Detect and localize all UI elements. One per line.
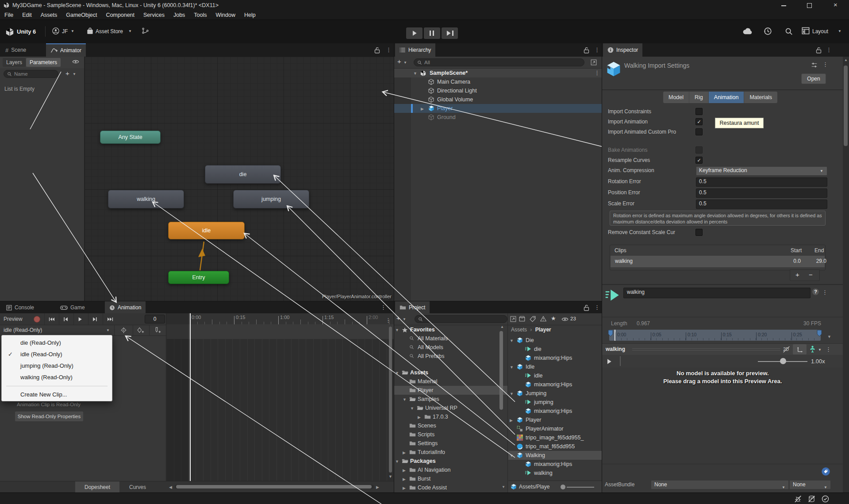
layout-label[interactable]: Layout [812,28,828,35]
project-tree-item-burst[interactable]: ▶Burst [394,474,507,483]
unity-hub-icon[interactable] [5,27,14,36]
inspector-scrollbar[interactable]: ▲ [843,57,849,492]
create-asset-chevron-icon[interactable]: ▼ [403,317,406,321]
layout-icon[interactable] [802,27,810,35]
project-file-mixamorig-hips[interactable]: mixamorig:Hips [508,407,602,416]
history-icon[interactable] [764,27,772,35]
account-chevron-icon[interactable]: ▼ [71,29,74,33]
eye-icon[interactable] [72,59,79,64]
playhead[interactable] [190,313,191,481]
remove-clip-button[interactable]: − [809,271,813,278]
field-rotation-error[interactable]: 0.5 [696,177,827,187]
project-scrolldown-icon[interactable]: ▼ [502,485,505,489]
project-tree-item-17-0-3[interactable]: ▶17.0.3 [394,412,507,421]
hierarchy-item-main-camera[interactable]: Main Camera [394,77,602,86]
hierarchy-menu-icon[interactable]: ⋮ [594,46,600,53]
checkbox-import-animation[interactable]: ✓ [695,118,703,125]
project-tree-item-packages[interactable]: ▼Packages [394,457,507,466]
scroll-down-icon[interactable]: ▼ [388,474,392,479]
project-menu-icon[interactable]: ⋮ [594,304,600,311]
frame-field[interactable]: 0 [145,315,165,323]
project-file-idle[interactable]: ▼Idle [508,362,602,371]
tab-animation[interactable]: Animation [105,301,146,314]
account-label[interactable]: JF [62,28,68,35]
state-node-idle[interactable]: idle [168,222,245,239]
package-icon[interactable] [519,316,525,322]
project-file-die[interactable]: die [508,345,602,354]
project-file-die[interactable]: ▼Die [508,336,602,345]
lock-icon[interactable] [584,304,589,311]
clip-menu-icon[interactable]: ⋮ [822,289,828,296]
avatar-icon[interactable] [809,346,816,353]
hierarchy-item-ground[interactable]: Ground [394,113,602,122]
project-file-tripo-mat-f65dd955[interactable]: tripo_mat_f65dd955 [508,442,602,451]
animator-menu-icon[interactable]: ⋮ [386,46,392,53]
assetbundle-dropdown[interactable]: None▼ [651,480,789,489]
status-ok-icon[interactable] [822,495,829,503]
debugger-detached-icon[interactable] [794,495,802,503]
project-file-mixamorig-hips[interactable]: mixamorig:Hips [508,354,602,362]
project-tree-item-material[interactable]: Material [394,377,507,386]
project-search-input[interactable] [415,315,507,323]
project-tree-item-assets[interactable]: ▼Assets [394,368,507,377]
hierarchy-scene-row[interactable]: ▼SampleScene*⋮ [394,69,602,77]
preview-play-icon[interactable] [607,358,612,365]
lock-icon[interactable] [374,47,380,54]
project-tree-item-scenes[interactable]: Scenes [394,421,507,430]
dropdown-anim-compression[interactable]: Keyframe Reduction▼ [696,166,827,176]
checkbox-remove-constant-scale-cur[interactable] [695,229,703,236]
menu-help[interactable]: Help [240,11,260,19]
menu-window[interactable]: Window [211,11,240,19]
tab-game[interactable]: Game [56,301,89,314]
hierarchy-item-directional-light[interactable]: Directional Light [394,86,602,95]
create-new-clip-item[interactable]: Create New Clip... [2,389,112,400]
project-file-idle[interactable]: idle [508,371,602,380]
field-position-error[interactable]: 0.5 [696,189,827,198]
tab-console[interactable]: Console [2,301,38,314]
create-asset-button[interactable]: + [396,314,400,322]
state-node-entry[interactable]: Entry [168,271,229,284]
add-clip-button[interactable]: + [795,271,799,278]
tab-animator[interactable]: Animator [46,43,86,57]
hierarchy-item-global-volume[interactable]: Global Volume [394,95,602,104]
state-node-jumping[interactable]: jumping [233,190,309,208]
project-tree-item-scripts[interactable]: Scripts [394,430,507,439]
hierarchy-item-player[interactable]: ▶Player [394,104,602,113]
project-file-jumping[interactable]: jumping [508,398,602,407]
menu-services[interactable]: Services [139,11,169,19]
create-object-button[interactable]: + [397,58,401,65]
timeline-hscrollbar[interactable] [175,485,374,489]
lock-icon[interactable] [584,47,589,54]
clip-menu-item[interactable]: ✓idle (Read-Only) [2,349,112,360]
zoom-slider-knob[interactable] [561,485,565,489]
lock-icon[interactable] [816,47,822,54]
add-parameter-chevron-icon[interactable]: ▼ [73,72,76,76]
scene-menu-icon[interactable]: ⋮ [594,69,600,76]
eye-icon[interactable] [561,317,569,322]
account-icon[interactable] [52,27,59,35]
project-tree-item-settings[interactable]: Settings [394,439,507,448]
menu-gameobject[interactable]: GameObject [61,11,101,19]
menu-edit[interactable]: Edit [18,11,36,19]
tab-hierarchy[interactable]: Hierarchy [395,43,435,57]
animation-menu-icon[interactable]: ⋮ [380,304,386,311]
checkbox-import-constraints[interactable] [695,108,703,115]
project-tree-item-all-models[interactable]: All Models [394,343,507,352]
project-tree-item-all-prefabs[interactable]: All Prefabs [394,352,507,361]
clip-name-field[interactable]: walking [623,288,811,298]
project-tree-item-ai-navigation[interactable]: ▶AI Navigation [394,466,507,474]
preview-toggle[interactable]: Preview [4,316,23,322]
label-icon[interactable] [530,316,536,322]
dopesheet-tab[interactable]: Dopesheet [75,481,119,493]
hscroll-left-icon[interactable]: ◀ [169,485,172,489]
tab-scene[interactable]: #Scene [1,43,31,57]
state-node-walking[interactable]: walking [108,190,184,208]
tab-inspector[interactable]: Inspector [603,43,642,57]
speed-slider-knob[interactable] [780,358,786,364]
add-event-icon[interactable] [154,327,161,333]
record-button[interactable] [34,316,40,323]
step-button[interactable] [442,27,458,39]
parameters-tab[interactable]: Parameters [26,58,61,67]
zoom-slider-track[interactable] [567,487,594,488]
first-frame-button[interactable] [44,313,59,325]
